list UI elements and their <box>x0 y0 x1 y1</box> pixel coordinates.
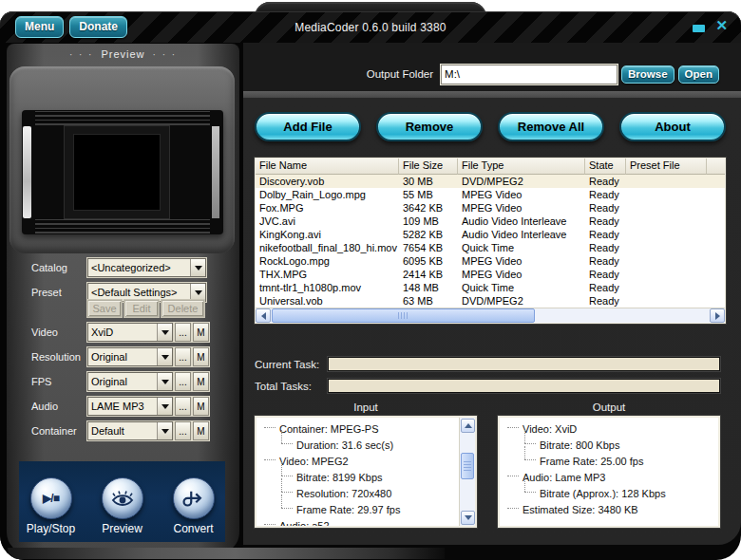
tree-item-text: Audio: Lame MP3 <box>522 472 605 483</box>
cell-filler <box>707 281 725 294</box>
cell-file-size: 30 MB <box>399 175 458 188</box>
close-button[interactable]: ✕ <box>715 19 728 32</box>
encoder-row-label: FPS <box>31 376 87 387</box>
encoder-select[interactable]: Default <box>87 421 173 440</box>
cell-filler <box>707 215 725 228</box>
encoder-dropdown-button[interactable] <box>157 348 172 365</box>
table-row[interactable]: tmnt-tlr1_h1080p.mov 148 MB Quick Time R… <box>256 281 725 294</box>
table-row[interactable]: Fox.MPG 3642 KB MPEG Video Ready <box>256 201 725 215</box>
preset-select[interactable]: <Default Settings> <box>87 283 206 302</box>
remove-all-button[interactable]: Remove All <box>498 112 604 141</box>
open-button[interactable]: Open <box>678 65 719 84</box>
chevron-down-icon <box>162 330 169 339</box>
column-file-size[interactable]: File Size <box>399 159 458 175</box>
mux-button[interactable]: M <box>193 421 209 440</box>
about-button[interactable]: About <box>619 112 726 141</box>
output-folder-input[interactable] <box>441 65 618 84</box>
scroll-right-icon <box>715 312 720 320</box>
cell-file-size: 148 MB <box>399 281 458 294</box>
column-preset-file[interactable]: Preset File <box>626 159 707 175</box>
minimize-button[interactable] <box>693 19 706 32</box>
cell-file-size: 7654 KB <box>399 241 458 254</box>
encoder-dropdown-button[interactable] <box>157 422 172 439</box>
tree-item-text: Bitrate (Approx.): 128 Kbps <box>540 488 666 499</box>
table-row[interactable]: Discovery.vob 30 MB DVD/MPEG2 Ready <box>256 175 725 188</box>
options-button[interactable]: ... <box>175 323 191 342</box>
film-right-strip <box>212 126 219 218</box>
options-button[interactable]: ... <box>175 347 191 366</box>
preview-button[interactable] <box>102 477 143 519</box>
hscrollbar-track[interactable] <box>271 308 710 323</box>
table-row[interactable]: THX.MPG 2414 KB MPEG Video Ready <box>256 268 725 281</box>
cell-file-size: 2414 KB <box>399 268 458 281</box>
scroll-right-button[interactable] <box>710 308 725 323</box>
cell-file-name: KingKong.avi <box>256 228 399 241</box>
table-row[interactable]: RockLogo.mpg 6095 KB MPEG Video Ready <box>256 254 725 268</box>
table-row[interactable]: Universal.vob 63 MB DVD/MPEG2 Ready <box>256 294 725 308</box>
mux-button[interactable]: M <box>193 347 209 366</box>
options-button[interactable]: ... <box>175 397 191 416</box>
encoder-select[interactable]: Original <box>87 347 173 366</box>
preview-label: Preview <box>102 522 142 535</box>
delete-preset-button[interactable]: Delete <box>162 300 204 317</box>
cell-file-type: DVD/MPEG2 <box>458 175 585 188</box>
vertical-scrollbar[interactable] <box>459 418 475 526</box>
options-button[interactable]: ... <box>175 372 191 391</box>
cell-preset-file <box>626 294 707 308</box>
mux-button[interactable]: M <box>193 323 209 342</box>
play-stop-button[interactable]: ▶/■ <box>30 477 72 519</box>
encoder-select[interactable]: Original <box>87 372 173 391</box>
chevron-down-icon <box>162 355 169 364</box>
cell-filler <box>707 254 725 268</box>
total-tasks-progressbar <box>328 379 720 393</box>
browse-button[interactable]: Browse <box>621 65 674 84</box>
horizontal-scrollbar[interactable] <box>256 308 725 323</box>
hscrollbar-thumb[interactable] <box>272 308 535 323</box>
titlebar[interactable]: Menu Donate MediaCoder 0.6.0 build 3380 … <box>0 11 741 43</box>
catalog-select[interactable]: <Uncategorized> <box>87 258 206 277</box>
column-file-type[interactable]: File Type <box>458 159 585 175</box>
table-row[interactable]: KingKong.avi 5282 KB Audio Video Interle… <box>256 228 725 241</box>
mux-button[interactable]: M <box>193 372 209 391</box>
file-list-header: File Name File Size File Type State Pres… <box>256 159 725 175</box>
encoder-dropdown-button[interactable] <box>157 373 172 390</box>
remove-button[interactable]: Remove <box>376 112 483 141</box>
options-button[interactable]: ... <box>175 421 191 440</box>
cell-file-type: MPEG Video <box>458 254 585 268</box>
scroll-left-button[interactable] <box>256 308 271 323</box>
encoder-dropdown-button[interactable] <box>157 398 172 415</box>
table-row[interactable]: JVC.avi 109 MB Audio Video Interleave Re… <box>256 215 725 228</box>
donate-button[interactable]: Donate <box>69 16 127 38</box>
convert-button[interactable] <box>173 477 215 519</box>
current-task-progressbar <box>328 357 720 371</box>
catalog-dropdown-button[interactable] <box>190 259 205 276</box>
tree-item-text: Video: XviD <box>522 423 577 435</box>
input-info-tree[interactable]: Container: MPEG-PS Duration: 31.6 sec(s)… <box>255 416 477 528</box>
save-preset-button[interactable]: Save <box>87 300 122 317</box>
encoder-select[interactable]: LAME MP3 <box>87 397 173 416</box>
table-row[interactable]: Dolby_Rain_Logo.mpg 55 MB MPEG Video Rea… <box>256 188 725 201</box>
mux-button[interactable]: M <box>193 397 209 416</box>
encoder-select[interactable]: XviD <box>87 323 173 342</box>
menu-button[interactable]: Menu <box>15 16 64 38</box>
column-file-name[interactable]: File Name <box>256 159 399 175</box>
scroll-up-button[interactable] <box>461 419 475 433</box>
cell-state: Ready <box>585 228 626 241</box>
edit-preset-button[interactable]: Edit <box>124 300 159 317</box>
column-state[interactable]: State <box>585 159 626 175</box>
cell-state: Ready <box>585 281 626 294</box>
current-task-label: Current Task: <box>255 359 328 370</box>
preset-dropdown-button[interactable] <box>190 284 205 301</box>
vscrollbar-thumb[interactable] <box>461 453 474 479</box>
cell-file-size: 5282 KB <box>399 228 458 241</box>
encoder-row-label: Audio <box>31 401 87 412</box>
scroll-down-button[interactable] <box>461 511 475 525</box>
table-row[interactable]: nikefootball_final_180_hi.mov 7654 KB Qu… <box>256 241 725 254</box>
output-info-tree[interactable]: Video: XviD Bitrate: 800 Kbps Frame Rate… <box>498 416 720 528</box>
output-title: Output <box>498 401 720 415</box>
vscrollbar-track[interactable] <box>460 433 475 510</box>
preset-label: Preset <box>31 287 87 298</box>
cell-file-type: MPEG Video <box>458 268 585 281</box>
encoder-dropdown-button[interactable] <box>157 324 172 341</box>
add-file-button[interactable]: Add File <box>255 112 361 141</box>
